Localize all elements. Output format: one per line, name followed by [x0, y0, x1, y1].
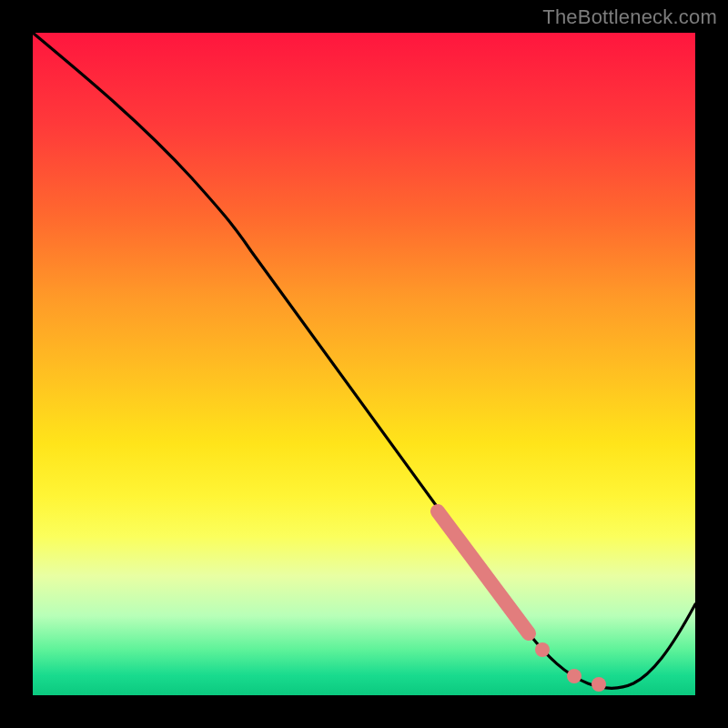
highlight-segment	[438, 511, 529, 633]
highlight-dot	[567, 669, 581, 683]
plot-svg	[33, 33, 695, 695]
chart-frame: TheBottleneck.com	[0, 0, 728, 728]
highlight-dot	[592, 677, 606, 692]
bottleneck-curve	[33, 33, 695, 688]
highlight-dot	[535, 642, 550, 657]
plot-area	[33, 33, 695, 695]
watermark-text: TheBottleneck.com	[542, 5, 717, 29]
